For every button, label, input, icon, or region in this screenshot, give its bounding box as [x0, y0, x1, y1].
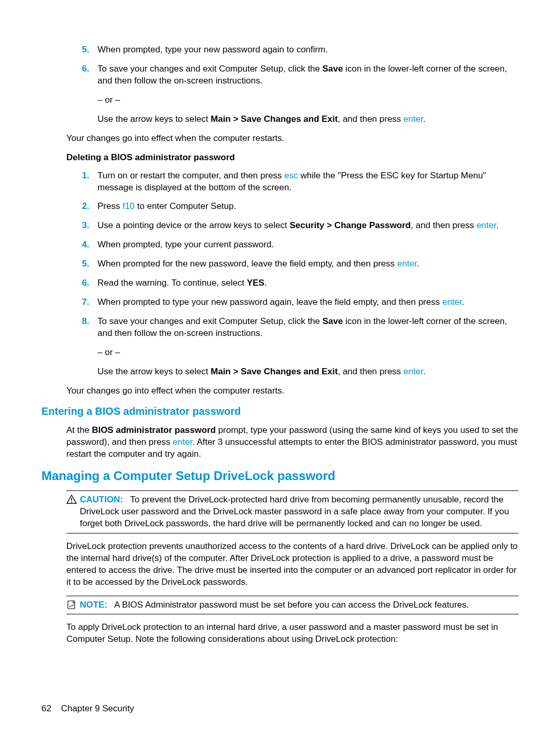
- or-separator: – or –: [97, 94, 519, 106]
- step-number: 7.: [82, 297, 97, 308]
- caution-callout: CAUTION: To prevent the DriveLock-protec…: [66, 490, 519, 533]
- caution-text: CAUTION: To prevent the DriveLock-protec…: [80, 494, 519, 530]
- chapter-label: Chapter 9 Security: [61, 704, 134, 713]
- step-number: 2.: [82, 201, 97, 213]
- step-number: 4.: [82, 239, 97, 251]
- drivelock-paragraph-2: To apply DriveLock protection to an inte…: [66, 622, 519, 645]
- effect-text: Your changes go into effect when the com…: [66, 385, 519, 397]
- note-text: NOTE: A BIOS Administrator password must…: [80, 599, 519, 611]
- effect-text: Your changes go into effect when the com…: [66, 133, 519, 145]
- step-number: 1.: [82, 170, 97, 194]
- drivelock-paragraph-1: DriveLock protection prevents unauthoriz…: [66, 541, 519, 588]
- step-number: 5.: [82, 258, 97, 270]
- delete-step-3: 3. Use a pointing device or the arrow ke…: [82, 220, 519, 232]
- step-number: 5.: [82, 44, 97, 56]
- delete-step-4: 4. When prompted, type your current pass…: [82, 239, 519, 251]
- note-callout: NOTE: A BIOS Administrator password must…: [66, 596, 519, 615]
- or-separator: – or –: [97, 347, 519, 359]
- step-text: To save your changes and exit Computer S…: [97, 63, 519, 87]
- delete-step-1: 1. Turn on or restart the computer, and …: [82, 170, 519, 194]
- entering-paragraph: At the BIOS administrator password promp…: [66, 425, 519, 460]
- step-number: 6.: [82, 277, 97, 289]
- svg-point-1: [71, 501, 72, 502]
- step-text: Turn on or restart the computer, and the…: [97, 170, 519, 194]
- delete-step-6: 6. Read the warning. To continue, select…: [82, 277, 519, 289]
- step-alt-text: Use the arrow keys to select Main > Save…: [97, 366, 519, 378]
- note-icon: [66, 599, 80, 611]
- step-number: 6.: [82, 63, 97, 87]
- step-text: When prompted for the new password, leav…: [97, 258, 519, 270]
- step-text: When prompted, type your current passwor…: [97, 239, 519, 251]
- delete-step-2: 2. Press f10 to enter Computer Setup.: [82, 201, 519, 213]
- delete-step-8: 8. To save your changes and exit Compute…: [82, 316, 519, 340]
- step-number: 8.: [82, 316, 97, 340]
- delete-step-5: 5. When prompted for the new password, l…: [82, 258, 519, 270]
- step-text: Use a pointing device or the arrow keys …: [97, 220, 519, 232]
- step-text: When prompted, type your new password ag…: [97, 44, 519, 56]
- step-6-top: 6. To save your changes and exit Compute…: [82, 63, 519, 87]
- delete-heading: Deleting a BIOS administrator password: [66, 152, 519, 164]
- step-text: To save your changes and exit Computer S…: [97, 316, 519, 340]
- delete-step-7: 7. When prompted to type your new passwo…: [82, 297, 519, 308]
- page-footer: 62 Chapter 9 Security: [41, 704, 134, 714]
- step-alt-text: Use the arrow keys to select Main > Save…: [97, 114, 519, 125]
- entering-heading: Entering a BIOS administrator password: [41, 404, 519, 418]
- step-text: Press f10 to enter Computer Setup.: [97, 201, 519, 213]
- page-number: 62: [41, 704, 51, 713]
- step-text: When prompted to type your new password …: [97, 297, 519, 308]
- step-number: 3.: [82, 220, 97, 232]
- caution-icon: [66, 494, 80, 530]
- drivelock-heading: Managing a Computer Setup DriveLock pass…: [41, 468, 519, 484]
- step-5-top: 5. When prompted, type your new password…: [82, 44, 519, 56]
- step-text: Read the warning. To continue, select YE…: [97, 277, 519, 289]
